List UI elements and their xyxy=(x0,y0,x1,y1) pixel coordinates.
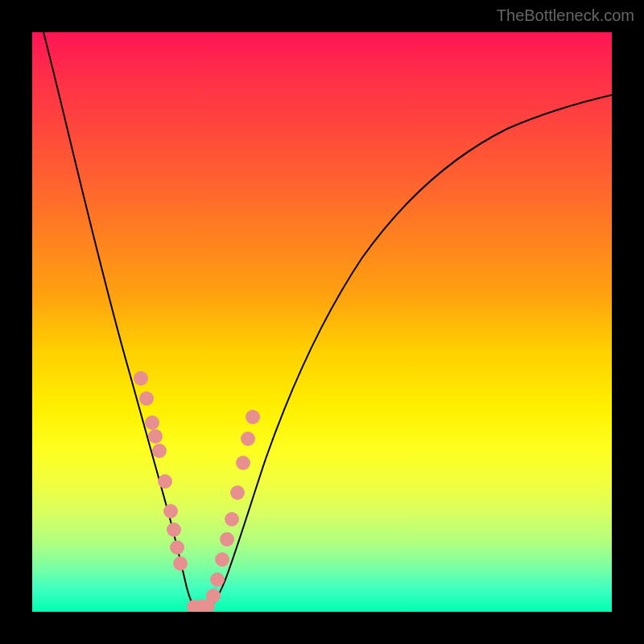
data-point xyxy=(145,415,159,430)
curve-svg xyxy=(32,32,612,612)
data-point xyxy=(134,371,148,386)
data-point xyxy=(170,540,184,555)
data-point xyxy=(167,522,181,537)
data-point xyxy=(230,485,245,500)
data-point xyxy=(236,456,250,470)
data-point xyxy=(220,532,234,547)
data-point xyxy=(148,429,163,444)
data-point xyxy=(152,444,167,458)
data-point xyxy=(215,552,229,567)
data-point xyxy=(210,572,225,587)
data-point xyxy=(241,431,255,446)
data-point xyxy=(173,556,188,571)
plot-area xyxy=(32,32,612,612)
bottleneck-curve-line xyxy=(43,32,612,609)
chart-container: TheBottleneck.com xyxy=(0,0,644,644)
data-point xyxy=(206,588,221,603)
data-point xyxy=(163,504,178,518)
data-point xyxy=(139,391,154,406)
watermark-text: TheBottleneck.com xyxy=(497,6,634,25)
data-point xyxy=(246,410,260,424)
data-point xyxy=(225,512,239,526)
data-point xyxy=(158,474,172,489)
